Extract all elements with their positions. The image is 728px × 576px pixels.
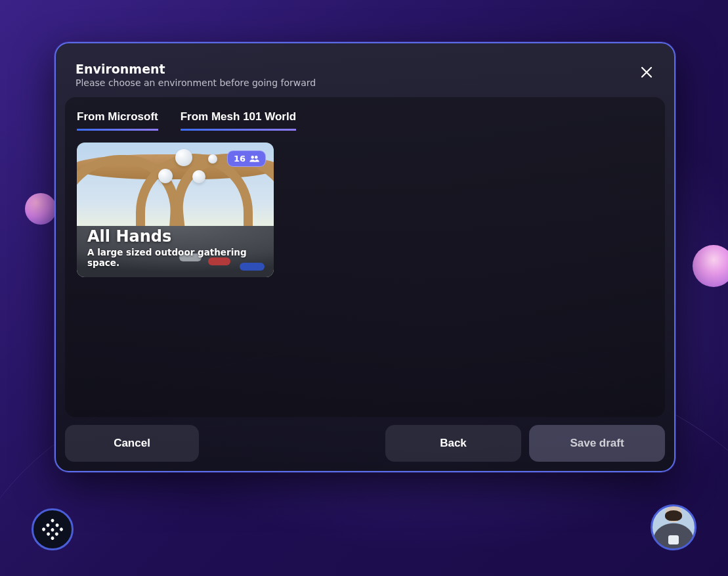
people-icon	[249, 154, 260, 163]
save-draft-button[interactable]: Save draft	[529, 425, 665, 462]
avatar-hair	[665, 510, 682, 521]
avatar-shirt	[668, 535, 679, 544]
capacity-count: 16	[234, 154, 246, 164]
svg-point-0	[251, 156, 254, 159]
user-avatar-button[interactable]	[651, 504, 696, 550]
app-menu-button[interactable]	[32, 508, 74, 550]
modal-header: Environment Please choose an environment…	[56, 43, 674, 96]
capacity-badge: 16	[227, 150, 266, 167]
close-button[interactable]	[635, 60, 658, 84]
content-panel: From Microsoft From Mesh 101 World	[65, 97, 665, 417]
tab-from-microsoft[interactable]: From Microsoft	[77, 106, 158, 131]
environment-grid: 16 All Hands A large sized outdoor gathe…	[77, 143, 653, 277]
modal-title: Environment	[75, 62, 654, 76]
environment-label: All Hands A large sized outdoor gatherin…	[87, 227, 263, 268]
modal-footer: Cancel Back Save draft	[56, 417, 674, 471]
modal-subtitle: Please choose an environment before goin…	[75, 78, 654, 88]
decorative-sphere	[693, 245, 728, 287]
tab-bar: From Microsoft From Mesh 101 World	[77, 106, 653, 131]
environment-modal: Environment Please choose an environment…	[54, 42, 675, 472]
decorative-sphere	[25, 193, 56, 225]
back-button[interactable]: Back	[385, 425, 521, 462]
tab-from-mesh-world[interactable]: From Mesh 101 World	[181, 106, 296, 131]
environment-name: All Hands	[87, 227, 263, 246]
svg-point-1	[255, 156, 258, 159]
cancel-button[interactable]: Cancel	[65, 425, 199, 462]
environment-description: A large sized outdoor gathering space.	[87, 247, 263, 268]
grid-icon	[41, 518, 64, 541]
close-icon	[640, 66, 653, 79]
environment-card-all-hands[interactable]: 16 All Hands A large sized outdoor gathe…	[77, 143, 274, 277]
